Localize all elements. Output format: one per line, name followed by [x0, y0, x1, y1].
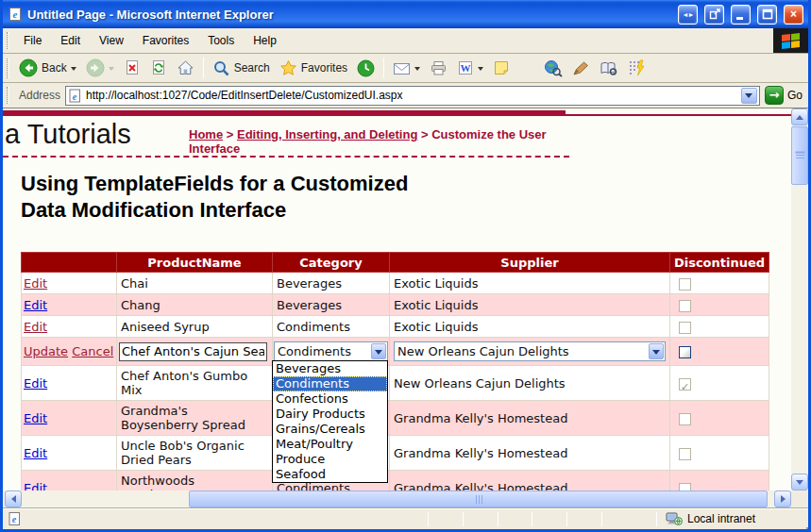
toolbar-separator — [383, 58, 384, 78]
dropdown-option[interactable]: Beverages — [273, 361, 387, 376]
menu-edit[interactable]: Edit — [51, 30, 90, 51]
discontinued-checkbox — [679, 300, 691, 312]
addressbar-grip[interactable] — [7, 87, 9, 104]
discontinued-cell — [670, 436, 769, 471]
discontinued-checkbox[interactable] — [679, 346, 691, 358]
scroll-right-button[interactable] — [774, 490, 791, 507]
highlighter-button[interactable] — [567, 58, 595, 78]
product-name-input[interactable] — [119, 342, 267, 361]
menu-view[interactable]: View — [90, 30, 133, 51]
table-row: Edit Aniseed Syrup Condiments Exotic Liq… — [22, 316, 769, 338]
menu-file[interactable]: File — [14, 30, 51, 51]
ie-page-icon: e — [68, 89, 82, 103]
local-intranet-icon — [666, 511, 683, 526]
update-link[interactable]: Update — [24, 344, 68, 358]
edit-link[interactable]: Edit — [24, 376, 47, 391]
edit-link[interactable]: Edit — [24, 276, 47, 291]
supplier-cell: Exotic Liquids — [390, 294, 670, 316]
edit-link[interactable]: Edit — [24, 411, 47, 425]
horizontal-scroll-thumb[interactable] — [189, 490, 768, 507]
dropdown-option[interactable]: Meat/Poultry — [273, 437, 387, 452]
refresh-button[interactable] — [145, 58, 172, 78]
discontinued-checkbox — [679, 483, 691, 491]
header-product: ProductName — [117, 253, 273, 273]
edit-link[interactable]: Edit — [24, 320, 47, 334]
breadcrumb-home-link[interactable]: Home — [189, 127, 223, 141]
discontinued-cell — [670, 471, 769, 491]
favorites-button[interactable]: Favorites — [275, 58, 352, 78]
supplier-select-arrow[interactable] — [649, 343, 664, 359]
address-dropdown-button[interactable] — [741, 88, 757, 104]
category-cell: Beverages — [273, 294, 390, 316]
menu-favorites[interactable]: Favorites — [133, 30, 198, 51]
menu-tools[interactable]: Tools — [198, 30, 244, 51]
edit-link[interactable]: Edit — [24, 481, 47, 491]
cancel-link[interactable]: Cancel — [72, 344, 113, 358]
product-cell: Chef Anton's Gumbo Mix — [117, 366, 273, 401]
discontinued-checkbox — [679, 322, 691, 334]
mail-dropdown-arrow[interactable] — [414, 67, 420, 74]
dropdown-option[interactable]: Dairy Products — [273, 407, 387, 422]
minimize-icon — [735, 9, 746, 20]
supplier-cell: Exotic Liquids — [390, 273, 670, 294]
breadcrumb-section-link[interactable]: Editing, Inserting, and Deleting — [237, 127, 417, 141]
sticky-note-button[interactable] — [488, 58, 515, 78]
vertical-scrollbar[interactable] — [791, 108, 808, 490]
go-button[interactable]: → Go — [765, 86, 803, 105]
table-row: Edit Uncle Bob's Organic Dried Pears Gra… — [22, 436, 769, 471]
close-button[interactable]: × — [784, 5, 803, 25]
dropdown-option[interactable]: Seafood — [273, 467, 387, 482]
address-url[interactable]: http://localhost:1027/Code/EditInsertDel… — [86, 89, 737, 102]
dropdown-option[interactable]: Grains/Cereals — [273, 422, 387, 437]
vertical-scroll-thumb[interactable] — [791, 126, 808, 185]
table-header-row: ProductName Category Supplier Discontinu… — [22, 253, 769, 273]
edit-link[interactable]: Edit — [24, 446, 47, 460]
ie-page-icon: e — [8, 7, 23, 22]
menubar-grip[interactable] — [7, 32, 9, 49]
go-arrow-icon: → — [765, 86, 784, 105]
address-bar: Address e http://localhost:1027/Code/Edi… — [3, 83, 808, 108]
edit-link[interactable]: Edit — [24, 298, 47, 312]
history-button[interactable] — [352, 58, 380, 79]
back-dropdown-arrow[interactable] — [71, 67, 76, 74]
table-row: Edit Grandma's Boysenberry Spread Grandm… — [22, 401, 769, 436]
window-arrows-button[interactable]: ◄► — [678, 5, 698, 25]
address-input[interactable]: e http://localhost:1027/Code/EditInsertD… — [65, 86, 760, 106]
category-select[interactable]: Condiments — [274, 341, 388, 361]
dropdown-option[interactable]: Produce — [273, 452, 387, 467]
scroll-up-button[interactable] — [791, 108, 808, 125]
pop-out-button[interactable] — [704, 5, 724, 25]
toolbar-grip[interactable] — [7, 58, 9, 78]
maximize-button[interactable] — [757, 5, 777, 25]
dropdown-option[interactable]: Confections — [273, 391, 387, 407]
back-button[interactable]: Back — [14, 57, 81, 79]
stop-button[interactable] — [119, 58, 145, 78]
browser-window: e Untitled Page - Microsoft Internet Exp… — [0, 0, 811, 532]
mail-button[interactable] — [388, 59, 425, 77]
scroll-down-button[interactable] — [791, 474, 808, 490]
category-select-arrow[interactable] — [371, 343, 386, 359]
window-title: Untitled Page - Microsoft Internet Explo… — [27, 8, 671, 22]
print-button[interactable] — [425, 58, 452, 78]
globe-search-button[interactable] — [539, 58, 567, 79]
menu-help[interactable]: Help — [244, 30, 286, 51]
table-row: Edit Chef Anton's Gumbo Mix New Orleans … — [22, 366, 769, 401]
grid-tool-button[interactable] — [623, 58, 650, 78]
stop-icon — [124, 59, 141, 76]
edit-with-word-button[interactable]: W — [452, 58, 488, 78]
supplier-edit-cell: New Orleans Cajun Delights — [390, 338, 670, 366]
highlighter-icon — [572, 60, 590, 76]
scroll-left-button[interactable] — [5, 490, 22, 507]
category-dropdown-list: Beverages Condiments Confections Dairy P… — [272, 360, 388, 483]
status-bar: e Local intranet — [3, 507, 808, 529]
edit-dropdown-arrow[interactable] — [478, 67, 483, 74]
research-button[interactable] — [595, 58, 623, 78]
forward-button[interactable] — [81, 57, 119, 79]
minimize-button[interactable] — [731, 5, 751, 25]
resize-grip[interactable] — [803, 524, 805, 526]
horizontal-scrollbar[interactable] — [3, 490, 791, 507]
supplier-select[interactable]: New Orleans Cajun Delights — [394, 341, 666, 361]
dropdown-option-selected[interactable]: Condiments — [273, 376, 387, 391]
search-button[interactable]: Search — [208, 58, 275, 79]
home-button[interactable] — [172, 58, 199, 78]
